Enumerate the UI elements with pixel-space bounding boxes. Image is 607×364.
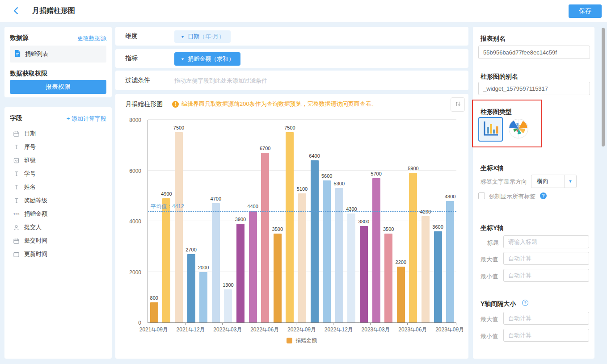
bar xyxy=(249,211,257,322)
text-icon xyxy=(13,184,20,190)
x-axis-tick-label: 2023年09月 xyxy=(435,326,464,334)
warning-icon: ! xyxy=(172,101,179,108)
chart-plot: 8004900750027002000470013003900440067003… xyxy=(148,120,456,323)
bar-value-label: 1300 xyxy=(223,282,233,288)
y-interval-section-title: Y轴间隔大小 xyxy=(481,300,516,308)
add-calc-field-link[interactable]: + 添加计算字段 xyxy=(67,115,106,123)
field-item[interactable]: 奖励等级 xyxy=(10,194,106,207)
field-list: 日期序号班级学号姓名奖励等级123捐赠金额提交人提交时间更新时间 xyxy=(10,127,106,261)
bar xyxy=(274,234,282,322)
bar-value-label: 5300 xyxy=(334,181,345,186)
field-label: 序号 xyxy=(24,143,36,151)
field-item[interactable]: 日期 xyxy=(10,127,106,140)
force-labels-checkbox[interactable] xyxy=(478,192,485,199)
x-axis-tick xyxy=(444,322,444,325)
y-axis-caption-label: 标题 xyxy=(487,239,499,247)
bar xyxy=(347,213,355,322)
section-divider xyxy=(481,350,587,350)
bar xyxy=(384,234,392,322)
field-label: 捐赠金额 xyxy=(24,210,47,218)
rose-chart-icon xyxy=(508,118,529,141)
bar-value-label: 4700 xyxy=(211,196,221,201)
top-header: 月捐赠柱形图 保存 xyxy=(0,0,607,22)
field-item[interactable]: 提交人 xyxy=(10,221,106,234)
chart-card: 月捐赠柱形图 ! 编辑界面只取数据源前200条作为查询数据预览，完整数据请访问页… xyxy=(115,94,468,359)
field-label: 日期 xyxy=(24,130,36,138)
sort-arrows-icon xyxy=(455,100,461,109)
dimension-pill[interactable]: ▼ 日期（年-月） xyxy=(174,30,231,43)
x-axis-section-title: 坐标X轴 xyxy=(481,164,503,172)
vertical-scrollbar[interactable] xyxy=(602,28,605,146)
y-axis-labels: 02000400060008000 xyxy=(115,120,145,323)
y-axis-tick-label: 4000 xyxy=(129,218,141,225)
y-axis-caption-input[interactable] xyxy=(503,235,589,248)
field-label: 提交时间 xyxy=(24,237,47,245)
sort-button[interactable] xyxy=(451,97,465,112)
average-line-label: 平均值：4412 xyxy=(151,203,184,210)
bar xyxy=(286,132,294,322)
metric-pill[interactable]: ▼ 捐赠金额（求和） xyxy=(174,52,240,66)
field-item[interactable]: 姓名 xyxy=(10,180,106,194)
datasource-item[interactable]: 捐赠列表 xyxy=(10,46,106,63)
bar-value-label: 4800 xyxy=(445,194,455,199)
x-axis-tick xyxy=(222,322,223,325)
bar xyxy=(261,153,269,322)
report-permission-button[interactable]: 报表权限 xyxy=(10,80,106,94)
widget-alias-label: 柱形图的别名 xyxy=(481,73,518,81)
bar xyxy=(422,216,430,322)
report-alias-label: 报表别名 xyxy=(481,35,506,43)
chart-legend: 捐赠金额 xyxy=(148,337,456,344)
bar xyxy=(434,231,442,322)
bar-value-label: 6700 xyxy=(260,146,270,151)
rose-chart-type-button[interactable] xyxy=(507,118,530,141)
bar xyxy=(199,272,207,323)
bar xyxy=(360,226,368,322)
back-button[interactable] xyxy=(12,6,21,16)
add-calc-field-label: 添加计算字段 xyxy=(72,115,106,122)
dimension-suffix: （年-月） xyxy=(199,33,224,40)
plus-icon: + xyxy=(67,115,70,122)
field-item[interactable]: 班级 xyxy=(10,154,106,167)
bar xyxy=(162,198,170,322)
field-item[interactable]: 提交时间 xyxy=(10,234,106,247)
calendar-icon xyxy=(13,238,20,244)
field-label: 姓名 xyxy=(24,183,36,191)
bar-value-label: 3800 xyxy=(358,219,369,224)
field-item[interactable]: 更新时间 xyxy=(10,247,106,261)
metric-value: 捐赠金额（求和） xyxy=(188,55,234,63)
x-axis-tick-label: 2023年06月 xyxy=(398,326,427,334)
legend-label: 捐赠金额 xyxy=(295,337,317,344)
report-alias-input[interactable] xyxy=(478,46,590,59)
legend-item[interactable]: 捐赠金额 xyxy=(287,337,317,344)
x-axis-tick xyxy=(296,322,296,325)
filter-dropzone[interactable]: 拖动左侧字段到此处来添加过滤条件 xyxy=(174,77,267,85)
text-icon xyxy=(13,144,20,150)
change-datasource-link[interactable]: 更改数据源 xyxy=(77,34,106,42)
bar-value-label: 2200 xyxy=(396,259,406,265)
help-icon[interactable]: ? xyxy=(522,300,528,306)
help-icon[interactable]: ? xyxy=(540,192,547,199)
y-interval-max-input[interactable] xyxy=(503,312,589,325)
x-axis-tick xyxy=(333,322,333,325)
datasource-name: 捐赠列表 xyxy=(25,50,48,58)
label-direction-select[interactable]: 横向 ▼ xyxy=(531,175,577,188)
field-item[interactable]: 123捐赠金额 xyxy=(10,207,106,221)
bar-value-label: 4200 xyxy=(420,209,431,214)
save-button[interactable]: 保存 xyxy=(569,4,602,18)
bar-chart-type-button[interactable] xyxy=(478,117,503,142)
chart-type-label: 柱形图类型 xyxy=(481,108,512,116)
dimension-field: 日期 xyxy=(188,33,199,40)
y-axis-min-input[interactable] xyxy=(503,269,589,282)
dimension-row: 维度 ▼ 日期（年-月） xyxy=(115,27,468,46)
y-interval-min-label: 最小值 xyxy=(481,332,498,340)
app-window: 月捐赠柱形图 保存 数据源 更改数据源 捐赠列表 数据获取权限 报表权限 字段 … xyxy=(0,0,607,364)
filter-row: 过滤条件 拖动左侧字段到此处来添加过滤条件 xyxy=(115,71,468,90)
y-axis-max-input[interactable] xyxy=(503,252,589,265)
bar xyxy=(187,254,195,322)
fields-card: 字段 + 添加计算字段 日期序号班级学号姓名奖励等级123捐赠金额提交人提交时间… xyxy=(4,107,112,359)
field-item[interactable]: 序号 xyxy=(10,140,106,154)
bar-value-label: 5600 xyxy=(321,173,332,179)
widget-alias-input[interactable] xyxy=(478,82,590,95)
y-interval-min-input[interactable] xyxy=(503,329,589,342)
field-item[interactable]: 学号 xyxy=(10,167,106,180)
